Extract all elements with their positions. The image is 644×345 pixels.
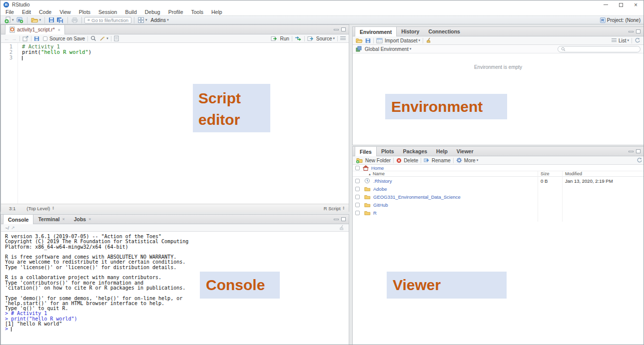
tab-console[interactable]: Console xyxy=(3,215,33,224)
back-icon[interactable]: ← xyxy=(4,35,9,41)
rerun-icon[interactable] xyxy=(295,36,302,41)
goto-file-search[interactable] xyxy=(84,17,131,23)
refresh-icon[interactable] xyxy=(637,157,643,163)
global-environment-dropdown[interactable]: Global Environment xyxy=(365,46,409,52)
find-replace-icon[interactable] xyxy=(90,35,96,41)
more-button[interactable]: More ▾ xyxy=(456,157,478,163)
row-checkbox[interactable] xyxy=(355,179,360,183)
clear-environment-icon[interactable] xyxy=(426,37,432,43)
menu-session[interactable]: Session xyxy=(94,9,121,15)
scope-selector[interactable]: (Top Level) xyxy=(26,206,50,211)
popout-icon[interactable] xyxy=(22,36,28,41)
environment-search[interactable] xyxy=(558,46,641,52)
maximize-pane-button[interactable] xyxy=(341,217,346,221)
clear-console-icon[interactable] xyxy=(339,225,345,231)
select-all-checkbox[interactable] xyxy=(355,166,360,170)
column-header-modified[interactable]: Modified xyxy=(565,171,582,176)
menu-help[interactable]: Help xyxy=(207,9,226,15)
new-file-button[interactable]: ▾ xyxy=(4,16,14,23)
document-outline-icon[interactable] xyxy=(340,36,346,41)
file-link[interactable]: Adobe xyxy=(373,186,387,192)
menu-code[interactable]: Code xyxy=(35,9,55,15)
console-output[interactable]: R version 3.6.1 (2019-07-05) -- "Action … xyxy=(1,232,349,335)
tab-help[interactable]: Help xyxy=(432,147,452,156)
delete-button[interactable]: Delete xyxy=(396,158,418,163)
file-row[interactable]: GitHub xyxy=(353,201,644,209)
save-workspace-icon[interactable] xyxy=(365,38,371,43)
tab-files[interactable]: Files xyxy=(355,147,377,156)
minimize-pane-button[interactable] xyxy=(334,29,339,30)
menu-file[interactable]: File xyxy=(1,9,18,15)
close-icon[interactable]: × xyxy=(62,217,64,222)
environment-search-input[interactable] xyxy=(568,46,637,52)
code-editor[interactable]: 1 2 3 # Activity 1 print("hello R world"… xyxy=(1,43,349,204)
window-close-button[interactable]: × xyxy=(634,2,638,7)
console-prompt-line[interactable]: > xyxy=(5,327,345,332)
new-folder-button[interactable]: New Folder xyxy=(356,157,391,163)
minimize-pane-button[interactable] xyxy=(629,31,634,32)
minimize-pane-button[interactable] xyxy=(629,151,634,152)
menu-plots[interactable]: Plots xyxy=(75,9,94,15)
save-all-button[interactable] xyxy=(56,17,64,23)
file-link[interactable]: GEOG331_Environmental_Data_Science xyxy=(373,194,461,200)
menu-edit[interactable]: Edit xyxy=(18,9,35,15)
list-view-label[interactable]: List xyxy=(619,38,627,43)
tab-environment[interactable]: Environment xyxy=(355,27,397,36)
menu-tools[interactable]: Tools xyxy=(187,9,207,15)
file-row[interactable]: GEOG331_Environmental_Data_Science xyxy=(353,193,644,201)
tab-jobs[interactable]: Jobs× xyxy=(69,215,96,224)
menu-debug[interactable]: Debug xyxy=(141,9,164,15)
open-file-button[interactable]: ▾ xyxy=(31,17,41,23)
addins-menu[interactable]: Addins ▾ xyxy=(149,17,169,23)
menu-profile[interactable]: Profile xyxy=(164,9,187,15)
file-link[interactable]: R xyxy=(373,210,377,216)
tab-terminal[interactable]: Terminal× xyxy=(33,215,69,224)
row-checkbox[interactable] xyxy=(355,203,360,207)
close-icon[interactable]: × xyxy=(58,27,60,32)
file-row[interactable]: Adobe xyxy=(353,185,644,193)
project-menu[interactable]: R Project: (None) xyxy=(600,17,641,23)
row-checkbox[interactable] xyxy=(355,211,360,215)
window-minimize-button[interactable] xyxy=(604,4,608,5)
file-row[interactable]: .Rhistory 0 B Jan 13, 2020, 2:19 PM xyxy=(353,177,644,185)
breadcrumb-home-link[interactable]: Home xyxy=(371,165,384,171)
maximize-pane-button[interactable] xyxy=(636,149,641,153)
tab-packages[interactable]: Packages xyxy=(399,147,432,156)
refresh-icon[interactable] xyxy=(635,37,641,43)
import-dataset-button[interactable]: Import Dataset ▾ xyxy=(376,38,420,43)
print-button[interactable] xyxy=(71,17,78,23)
pane-layout-button[interactable]: ▾ xyxy=(138,17,147,23)
source-button[interactable]: Source ▾ xyxy=(307,36,335,41)
open-directory-icon[interactable]: ↗ xyxy=(11,225,15,230)
column-header-size[interactable]: Size xyxy=(541,171,550,176)
menu-build[interactable]: Build xyxy=(121,9,140,15)
maximize-pane-button[interactable] xyxy=(341,27,346,31)
file-link[interactable]: GitHub xyxy=(373,202,388,208)
save-icon[interactable] xyxy=(34,36,39,41)
maximize-pane-button[interactable] xyxy=(636,29,641,33)
source-on-save-checkbox[interactable] xyxy=(43,36,47,41)
column-header-name[interactable]: ▲Name xyxy=(353,171,385,176)
row-checkbox[interactable] xyxy=(355,187,360,191)
run-button[interactable]: Run xyxy=(271,36,289,41)
tab-connections[interactable]: Connections xyxy=(424,27,465,36)
file-row[interactable]: R xyxy=(353,209,644,217)
goto-file-input[interactable] xyxy=(91,17,129,23)
minimize-pane-button[interactable] xyxy=(334,219,339,220)
save-button[interactable] xyxy=(48,17,54,23)
new-project-button[interactable]: R xyxy=(16,16,23,23)
row-checkbox[interactable] xyxy=(355,195,360,199)
rename-button[interactable]: Rename xyxy=(424,158,451,163)
close-icon[interactable]: × xyxy=(88,217,91,222)
editor-file-tab[interactable]: activity1_script.r* × xyxy=(5,25,65,34)
menu-view[interactable]: View xyxy=(55,9,75,15)
tab-viewer[interactable]: Viewer xyxy=(452,147,478,156)
file-type-selector[interactable]: R Script xyxy=(324,206,341,211)
file-link[interactable]: .Rhistory xyxy=(373,178,392,184)
tab-history[interactable]: History xyxy=(397,27,424,36)
tab-plots[interactable]: Plots xyxy=(377,147,399,156)
code-tools-button[interactable]: ▾ xyxy=(99,35,108,41)
forward-icon[interactable]: → xyxy=(11,35,17,41)
window-maximize-button[interactable] xyxy=(619,3,623,7)
load-workspace-icon[interactable] xyxy=(356,37,363,43)
